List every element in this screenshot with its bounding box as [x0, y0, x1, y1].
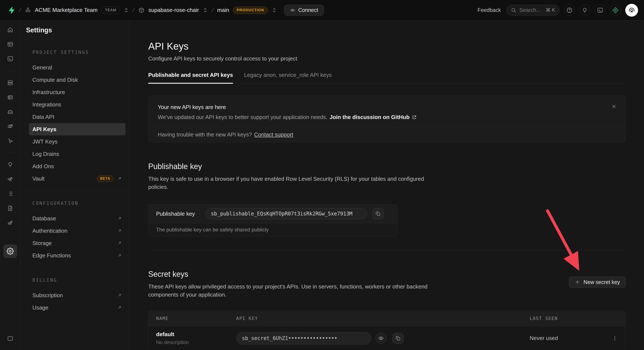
contact-support-link[interactable]: Contact support: [254, 131, 293, 138]
lightbulb-button[interactable]: [579, 5, 590, 16]
realtime-icon[interactable]: [6, 122, 14, 130]
sidebar-title: Settings: [26, 26, 52, 34]
advisors-icon[interactable]: [6, 136, 14, 145]
external-link-icon: [117, 293, 122, 298]
banner-description: We've updated our API keys to better sup…: [158, 114, 616, 120]
key-description: No description: [156, 339, 236, 345]
sidebar-item-infrastructure[interactable]: Infrastructure: [29, 86, 126, 98]
reports-lightbulb-icon[interactable]: [6, 160, 14, 169]
banner-footer: Having trouble with the new API keys? Co…: [148, 127, 626, 142]
sidebar-item-storage[interactable]: Storage: [29, 237, 126, 249]
new-secret-key-button[interactable]: New secret key: [569, 276, 626, 288]
org-switcher-chevrons[interactable]: [124, 8, 129, 13]
search-input[interactable]: Search... ⌘ K: [506, 5, 560, 16]
banner-title: Your new API keys are here: [158, 104, 616, 110]
icon-rail: [0, 20, 20, 350]
collapse-sidebar-icon[interactable]: [6, 334, 14, 343]
sidebar-item-jwt-keys[interactable]: JWT Keys: [29, 136, 126, 148]
column-name: NAME: [148, 316, 236, 321]
section-heading: PROJECT SETTINGS: [29, 50, 126, 55]
connect-button[interactable]: Connect: [284, 5, 324, 16]
integrations-blocks-icon[interactable]: [6, 218, 14, 227]
sidebar-item-add-ons[interactable]: Add Ons: [29, 160, 126, 172]
publishable-key-description: This key is safe to use in a browser if …: [148, 175, 429, 191]
search-placeholder: Search...: [520, 7, 541, 13]
search-icon: [511, 8, 516, 13]
reveal-key-button[interactable]: [376, 333, 386, 344]
external-link-icon: [117, 228, 122, 233]
publishable-key-field-label: Publishable key: [156, 210, 195, 217]
sidebar-item-api-keys[interactable]: API Keys: [29, 123, 126, 136]
project-box-icon: [138, 7, 144, 14]
sidebar-item-authentication[interactable]: Authentication: [29, 224, 126, 237]
breadcrumb-separator: /: [18, 7, 22, 14]
publishable-key-value[interactable]: sb_publishable_EQsKqHTOpR07t3isRk2RGw_5x…: [205, 208, 367, 219]
logs-list-icon[interactable]: [6, 190, 14, 198]
project-name[interactable]: supabase-rose-chair: [148, 7, 199, 14]
org-plan-badge: TEAM: [101, 6, 120, 14]
feedback-link[interactable]: Feedback: [478, 7, 501, 13]
section-heading: CONFIGURATION: [29, 201, 126, 206]
sql-editor-icon[interactable]: [6, 54, 14, 63]
telescope-icon[interactable]: [6, 175, 14, 184]
branch-switcher-chevrons[interactable]: [272, 8, 277, 13]
sidebar-item-log-drains[interactable]: Log Drains: [29, 148, 126, 160]
section-project-settings: PROJECT SETTINGS General Compute and Dis…: [20, 40, 130, 191]
sidebar-item-database[interactable]: Database: [29, 212, 126, 224]
page-subtitle: Configure API keys to securely control a…: [148, 55, 626, 62]
api-docs-icon[interactable]: [6, 204, 14, 212]
last-seen-value: Never used: [526, 335, 604, 342]
rail-divider: [6, 71, 15, 71]
tab-legacy-keys[interactable]: Legacy anon, service_role API keys: [244, 72, 332, 84]
sidebar-item-vault[interactable]: Vault BETA: [29, 172, 126, 185]
sidebar-item-edge-functions[interactable]: Edge Functions: [29, 249, 126, 262]
plus-icon: [574, 279, 580, 285]
project-switcher-chevrons[interactable]: [203, 8, 208, 13]
row-menu-ellipsis-icon[interactable]: [604, 335, 626, 341]
supabase-logo-icon[interactable]: [8, 6, 15, 14]
terminal-button[interactable]: [594, 5, 606, 16]
publishable-key-card: Publishable key sb_publishable_EQsKqHTOp…: [148, 204, 398, 236]
sidebar-item-usage[interactable]: Usage: [29, 302, 126, 314]
settings-sidebar: Settings PROJECT SETTINGS General Comput…: [20, 20, 130, 350]
database-icon[interactable]: [6, 78, 14, 87]
new-api-keys-banner: Your new API keys are here We've updated…: [148, 96, 626, 142]
secret-keys-header: Secret keys These API keys allow privile…: [148, 270, 626, 299]
copy-secret-key-button[interactable]: [392, 333, 404, 344]
storage-icon[interactable]: [6, 108, 14, 116]
help-button[interactable]: [564, 5, 575, 16]
sidebar-item-subscription[interactable]: Subscription: [29, 289, 126, 302]
copy-publishable-key-button[interactable]: [372, 208, 384, 219]
top-bar: / ACME Marketplace Team TEAM / supabase-…: [0, 0, 644, 20]
organization-icon: [25, 7, 31, 14]
github-discussion-link[interactable]: Join the discussion on GitHub: [330, 114, 417, 120]
branch-name[interactable]: main: [217, 7, 229, 14]
org-name[interactable]: ACME Marketplace Team: [35, 7, 98, 14]
publishable-key-heading: Publishable key: [148, 162, 626, 171]
tab-publishable-secret-keys[interactable]: Publishable and secret API keys: [148, 72, 233, 84]
column-api-key: API KEY: [236, 316, 526, 321]
breadcrumb-separator: /: [211, 7, 214, 14]
close-icon[interactable]: [611, 104, 617, 110]
secret-keys-table: NAME API KEY LAST SEEN default No descri…: [148, 310, 626, 350]
table-editor-icon[interactable]: [6, 40, 14, 48]
home-icon[interactable]: [6, 26, 14, 34]
secret-key-value[interactable]: sb_secret_6UhZ1••••••••••••••••: [236, 332, 371, 344]
external-link-icon: [117, 216, 122, 221]
sidebar-title-bar: Settings: [20, 20, 130, 40]
authentication-icon[interactable]: [6, 93, 14, 102]
main-content: API Keys Configure API keys to securely …: [130, 20, 644, 350]
sidebar-item-general[interactable]: General: [29, 61, 126, 74]
sidebar-item-data-api[interactable]: Data API: [29, 111, 126, 123]
sidebar-item-integrations[interactable]: Integrations: [29, 98, 126, 111]
connect-plug-icon: [290, 8, 296, 13]
branch-production-badge: PRODUCTION: [233, 6, 268, 14]
project-settings-gear-icon[interactable]: [4, 244, 17, 258]
key-name: default: [156, 331, 236, 338]
assistant-button[interactable]: [610, 5, 621, 16]
page-title: API Keys: [148, 40, 626, 52]
column-last-seen: LAST SEEN: [526, 316, 604, 321]
external-link-icon: [117, 253, 122, 258]
user-avatar[interactable]: [625, 4, 638, 16]
sidebar-item-compute-and-disk[interactable]: Compute and Disk: [29, 74, 126, 86]
